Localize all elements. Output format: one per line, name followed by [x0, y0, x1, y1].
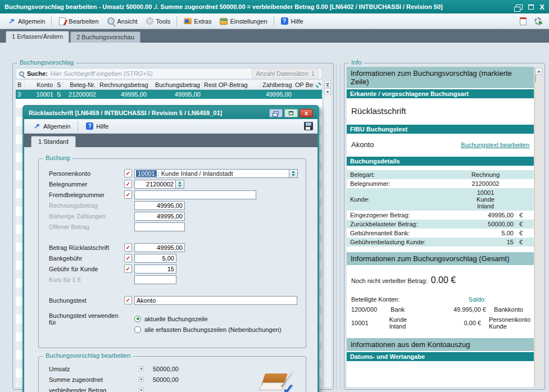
menu-bearbeiten[interactable]: Bearbeiten: [54, 15, 102, 27]
selected-account-number: 10001: [136, 170, 157, 177]
arrow-ne-icon: ↗: [7, 17, 16, 25]
toolbar-report-button[interactable]: [516, 16, 530, 27]
field-row-buchungstext: Buchungstext ✓: [39, 295, 306, 306]
gebuehr-kunde-input[interactable]: [134, 265, 176, 274]
maximize-button[interactable]: [528, 4, 534, 10]
buchungsdetails-table: Belegart: Rechnung Belegnummer: 21200002…: [347, 166, 534, 252]
buchung-group: Buchung Personenkonto ✓ 10001 : Kunde In…: [38, 158, 306, 348]
section-bar-fibu: FIBU Buchungstext: [347, 125, 534, 134]
account-row: 10001 Kunde Inland 0,00 € Personenkonto …: [350, 314, 530, 331]
scroll-up-button[interactable]: [324, 88, 331, 95]
info-header-marked-row: Informationen zum Buchungsvorschlag (mar…: [347, 67, 534, 88]
panel-splitter[interactable]: [336, 63, 341, 390]
dialog-maximize-button[interactable]: [284, 109, 298, 117]
menu-ansicht[interactable]: Ansicht: [103, 15, 142, 27]
scroll-top-icon: [326, 83, 329, 86]
table-row-selected[interactable]: 3 10001 S 21200002 49995,00 49995,00 499…: [16, 90, 322, 99]
detach-icon: [516, 4, 523, 10]
buchungstext-input[interactable]: [134, 296, 297, 305]
gear-icon: [316, 83, 321, 88]
detail-row: Belegart: Rechnung: [347, 170, 534, 179]
menu-bar: ↗ Allgemein Bearbeiten Ansicht Tools Ext…: [0, 13, 549, 29]
field-row-personenkonto: Personenkonto ✓ 10001 : Kunde Inland / I…: [39, 168, 306, 179]
edit-buchungstext-link[interactable]: Buchungstext bearbeiten: [461, 142, 529, 148]
dialog-close-button[interactable]: x: [300, 109, 313, 117]
edit-document-icon: [59, 17, 66, 25]
group-label: Buchungsvorschlag: [17, 59, 76, 66]
main-tabstrip: 1 Erfassen/Ändern 2 Buchungsvorschau: [0, 29, 549, 43]
detail-row: Gebührenanteil Bank: 5,00 €: [347, 229, 534, 238]
mandatory-check-icon[interactable]: ✓: [124, 243, 132, 252]
info-panel: Informationen zum Buchungsvorschlag (mar…: [347, 67, 534, 387]
mandatory-check-icon[interactable]: ✓: [124, 180, 132, 188]
menu-extras[interactable]: Extras: [179, 15, 215, 27]
radio-aktuelle-buchungszeile[interactable]: [134, 316, 141, 322]
fibu-buchungstext-value: Akonto: [351, 140, 461, 149]
betrag-ruecklastschrift-input[interactable]: [134, 243, 185, 252]
personenkonto-spinner[interactable]: [289, 169, 298, 178]
tab-standard[interactable]: 1 Standard: [31, 136, 76, 147]
menu-allgemein[interactable]: ↗ Allgemein: [3, 15, 49, 27]
scroll-to-top-button[interactable]: [324, 81, 331, 88]
extras-icon: [184, 18, 192, 24]
info-scrollbar[interactable]: [534, 67, 542, 387]
mandatory-check-icon[interactable]: ✓: [124, 190, 132, 199]
arrow-ne-icon: ↗: [33, 122, 41, 130]
record-count: Anzahl Datensätze: 1: [252, 69, 319, 78]
undistributed-label: Noch nicht verteilter Betrag:: [351, 277, 428, 284]
personenkonto-field[interactable]: 10001 : Kunde Inland / Inlandstadt: [134, 169, 289, 178]
field-row-bankgebuehr: Bankgebühr ✓: [39, 253, 306, 263]
toolbar-refresh-button[interactable]: [530, 16, 546, 26]
field-row-fremdbelegnummer: Fremdbelegnummer ✓: [39, 189, 306, 200]
radio-row-2: alle erfassten Buchungszeilen (Nebenbuch…: [39, 324, 306, 335]
menu-tools[interactable]: Tools: [142, 15, 175, 27]
beteiligte-konten-table: Beteiligte Konten: Saldo: 1200/000 Bank …: [347, 289, 534, 338]
window-titlebar: Buchungsvorschlag bearbeiten - Umsatz 50…: [0, 0, 549, 13]
dialog-title: Rücklastschrift [LN6459 / INTBUCHASSI / …: [29, 110, 269, 116]
table-scrollbar[interactable]: [323, 80, 331, 387]
fremdbelegnummer-input[interactable]: [134, 190, 256, 199]
save-button[interactable]: [304, 122, 313, 130]
bankgebuehr-input[interactable]: [134, 254, 176, 263]
menu-einstellungen[interactable]: Einstellungen: [215, 15, 271, 27]
dialog-detach-button[interactable]: [269, 109, 283, 117]
dialog-menu-hilfe[interactable]: ? Hilfe: [81, 120, 112, 132]
close-button[interactable]: X: [539, 3, 545, 11]
booking-notebook-icon: ✓: [261, 369, 293, 392]
search-bar[interactable]: Suche: Hier Suchbegriff eingeben (STRG+S…: [16, 68, 322, 79]
detach-window-button[interactable]: [516, 4, 523, 10]
dialog-menu-allgemein[interactable]: ↗ Allgemein: [29, 120, 74, 132]
menu-hilfe[interactable]: ? Hilfe: [276, 15, 307, 27]
menu-separator: [274, 16, 274, 26]
belegnummer-input[interactable]: [134, 180, 176, 189]
tab-buchungsvorschau[interactable]: 2 Buchungsvorschau: [70, 31, 140, 43]
section-bar-datum: Datums- und Wertangabe: [347, 352, 534, 361]
ruecklastschrift-dialog: Rücklastschrift [LN6459 / INTBUCHASSI / …: [22, 105, 319, 392]
buchungsvorschlag-bearbeiten-group: Buchungsvorschlag bearbeiten Umsatz 5000…: [38, 356, 306, 392]
mandatory-check-icon[interactable]: ✓: [124, 265, 132, 273]
mandatory-check-icon[interactable]: ✓: [124, 254, 132, 262]
accounts-label: Beteiligte Konten:: [350, 296, 435, 303]
radio-alle-buchungszeilen[interactable]: [134, 326, 141, 333]
belegnummer-spinner[interactable]: [176, 180, 184, 189]
mandatory-check-icon[interactable]: ✓: [124, 169, 132, 177]
scrollbar-thumb[interactable]: [535, 75, 536, 83]
info-header-gesamt: Informationen zum Buchungsvorschlag (Ges…: [347, 252, 534, 265]
tab-erfassen-aendern[interactable]: 1 Erfassen/Ändern: [6, 31, 69, 43]
field-row-gebuehr-kunde: Gebühr für Kunde ✓: [39, 263, 306, 274]
detail-row: Zurückbelasteter Betrag: 50000,00 €: [347, 220, 534, 229]
field-row-offener-betrag: Offener Betrag: [39, 221, 306, 232]
scroll-up-button[interactable]: [536, 68, 542, 75]
bullet-icon: [139, 388, 144, 392]
search-input[interactable]: Hier Suchbegriff eingeben (STRG+S): [51, 70, 249, 77]
accounts-header-row: Beteiligte Konten: Saldo:: [350, 294, 530, 304]
window-title: Buchungsvorschlag bearbeiten - Umsatz 50…: [4, 3, 516, 10]
content-area: Buchungsvorschlag Suche: Hier Suchbegrif…: [0, 43, 549, 392]
rechnungsbetrag-input: [134, 201, 185, 210]
account-description: : Kunde Inland / Inlandstadt: [158, 170, 233, 177]
view-magnifier-icon: [107, 17, 115, 25]
search-label: Suche:: [27, 70, 48, 77]
column-settings-button[interactable]: [314, 83, 322, 88]
mandatory-check-icon[interactable]: ✓: [124, 296, 132, 304]
gear-refresh-icon: [534, 17, 542, 25]
